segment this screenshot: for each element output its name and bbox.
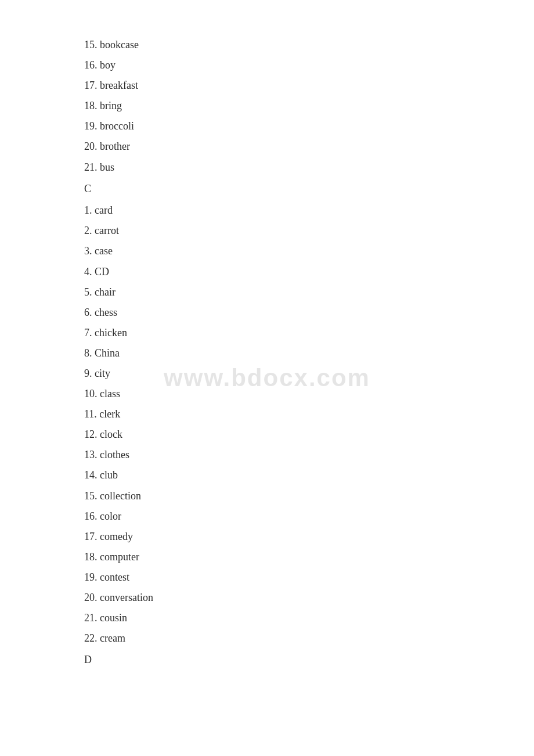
list-item: 3. case <box>84 241 450 261</box>
list-item: 19. broccoli <box>84 116 450 136</box>
list-item: 18. bring <box>84 96 450 116</box>
list-item: 2. carrot <box>84 221 450 241</box>
list-item: 16. color <box>84 506 450 527</box>
list-item: 15. bookcase <box>84 35 450 55</box>
list-item: 7. chicken <box>84 323 450 343</box>
list-item: 15. collection <box>84 486 450 506</box>
c-section: 1. card 2. carrot 3. case 4. CD 5. chair… <box>84 200 450 649</box>
list-item: 4. CD <box>84 262 450 282</box>
b-section: 15. bookcase 16. boy 17. breakfast 18. b… <box>84 35 450 178</box>
list-item: 11. clerk <box>84 404 450 424</box>
d-section-header: D <box>84 649 450 672</box>
list-item: 6. chess <box>84 303 450 323</box>
list-item: 10. class <box>84 384 450 404</box>
list-item: 22. cream <box>84 628 450 649</box>
list-item: 9. city <box>84 363 450 384</box>
list-item: 21. cousin <box>84 608 450 628</box>
list-item: 17. comedy <box>84 527 450 547</box>
list-item: 19. contest <box>84 567 450 588</box>
list-item: 21. bus <box>84 157 450 178</box>
list-item: 12. clock <box>84 424 450 445</box>
list-item: 16. boy <box>84 55 450 75</box>
list-item: 14. club <box>84 465 450 485</box>
list-item: 1. card <box>84 200 450 221</box>
list-item: 5. chair <box>84 282 450 303</box>
page-content: 15. bookcase 16. boy 17. breakfast 18. b… <box>0 0 534 707</box>
list-item: 13. clothes <box>84 445 450 465</box>
list-item: 18. computer <box>84 547 450 567</box>
list-item: 8. China <box>84 343 450 363</box>
list-item: 20. brother <box>84 136 450 157</box>
list-item: 20. conversation <box>84 588 450 608</box>
c-section-header: C <box>84 178 450 201</box>
list-item: 17. breakfast <box>84 75 450 96</box>
